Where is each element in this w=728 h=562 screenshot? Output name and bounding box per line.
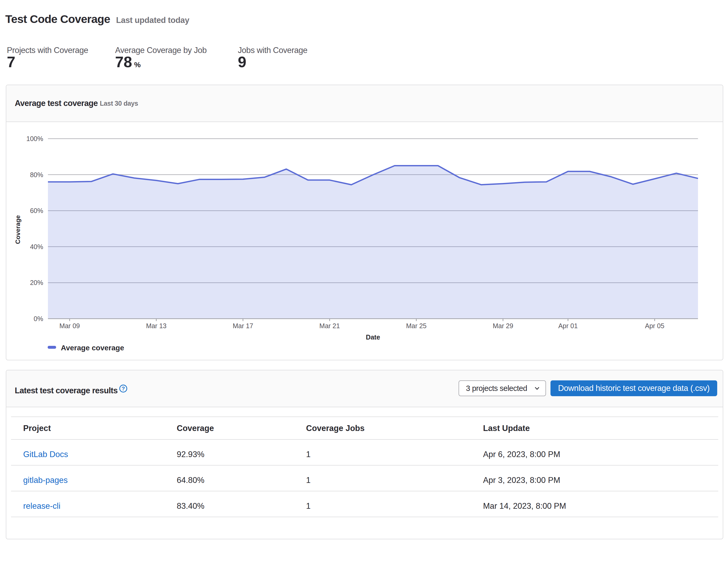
svg-text:?: ? <box>122 385 125 392</box>
